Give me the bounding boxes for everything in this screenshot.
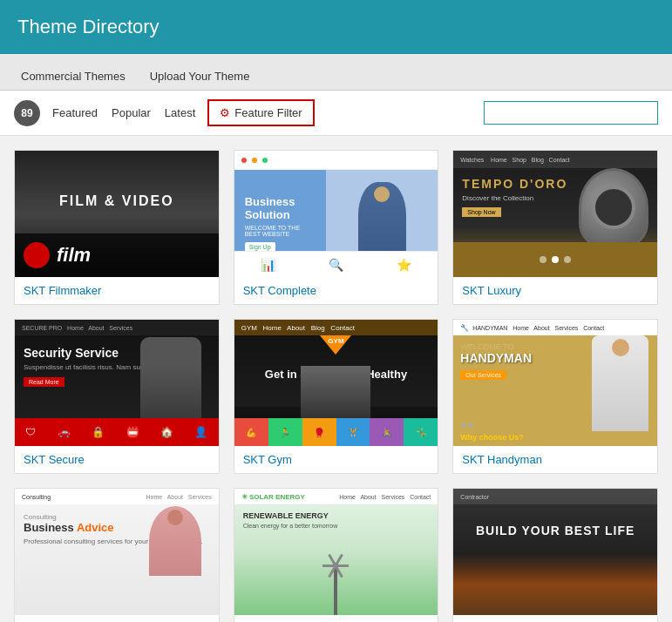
luxury-text: TEMPO D'ORO Discover the Collection Shop… [462, 177, 567, 217]
film-bar: film [15, 233, 219, 277]
theme-preview-secure: SECURE PRO Home About Services Security … [15, 320, 219, 446]
gym-badge-text: GYM [328, 337, 343, 345]
handyman-why-text: Why choose Us? [460, 433, 524, 442]
search-input[interactable] [484, 101, 658, 125]
dot3 [564, 256, 571, 263]
home-icon: 🏠 [160, 426, 173, 438]
contractor-headline: BUILD YOUR BEST LIFE [453, 524, 657, 537]
theme-preview-luxury: Watches Home Shop Blog Contact TEMPO D'O… [453, 151, 657, 277]
feature-filter-button[interactable]: ⚙ Feature Filter [207, 99, 314, 126]
theme-preview-solar: ☀ SOLAR ENERGY Home About Services Conta… [234, 489, 438, 615]
theme-card-handyman[interactable]: 🔧 HANDYMAN Home About Services Contact W… [452, 319, 658, 474]
tab-latest[interactable]: Latest [163, 103, 197, 123]
theme-preview-filmmaker: film [15, 151, 219, 277]
theme-name-solar[interactable] [234, 615, 438, 622]
theme-name-handyman[interactable]: SKT Handyman [453, 446, 657, 473]
theme-card-luxury[interactable]: Watches Home Shop Blog Contact TEMPO D'O… [452, 150, 658, 305]
tab-popular[interactable]: Popular [110, 103, 153, 123]
windmill-container [234, 545, 438, 615]
lock-icon: 🔒 [92, 426, 105, 438]
theme-count-badge: 89 [14, 100, 40, 126]
theme-name-luxury[interactable]: SKT Luxury [453, 277, 657, 304]
complete-icons-bar: 📊 🔍 ⭐ [234, 251, 438, 277]
gym-icon-1: 💪 [234, 418, 268, 446]
film-icon [24, 242, 50, 268]
nav-dot-red [241, 158, 247, 163]
luxury-btn: Shop Now [462, 207, 500, 217]
shield-icon: 🛡 [25, 426, 36, 438]
bar-chart-icon: 📊 [261, 258, 275, 272]
gym-icon-6: 🤸 [404, 418, 438, 446]
gym-icon-4: 🏋 [336, 418, 370, 446]
solar-nav: ☀ SOLAR ENERGY Home About Services Conta… [234, 489, 438, 504]
theme-preview-complete: Business Solution WELCOME TO THE BEST WE… [234, 151, 438, 277]
nav-tabs: Commercial Themes Upload Your Theme [0, 54, 672, 91]
car-icon: 🚗 [58, 426, 71, 438]
solar-content: RENEWABLE ENERGY Clean energy for a bett… [234, 504, 438, 536]
theme-card-secure[interactable]: SECURE PRO Home About Services Security … [14, 319, 220, 474]
theme-name-contractor[interactable] [453, 615, 657, 622]
tab-commercial-themes[interactable]: Commercial Themes [9, 63, 138, 90]
gym-person-area [234, 407, 438, 418]
theme-name-consulting[interactable] [15, 615, 219, 622]
theme-card-filmmaker[interactable]: film SKT Filmmaker [14, 150, 220, 305]
handyman-head [612, 339, 629, 356]
windmill [309, 545, 362, 615]
gym-icon-2: 🏃 [268, 418, 302, 446]
handyman-dots: ◀ ▶ [460, 421, 474, 429]
construction-image [453, 554, 657, 615]
theme-name-complete[interactable]: SKT Complete [234, 277, 438, 304]
tab-featured[interactable]: Featured [51, 103, 99, 123]
secure-nav: SECURE PRO Home About Services [15, 320, 219, 335]
toolbar: 89 Featured Popular Latest ⚙ Feature Fil… [0, 91, 672, 136]
secure-icon-bar: 🛡 🚗 🔒 📛 🏠 👤 [15, 418, 219, 446]
nav-dot-yellow [252, 158, 257, 163]
gym-icon-3: 🥊 [302, 418, 336, 446]
complete-nav-bar [234, 151, 438, 170]
consulting-nav: Consulting Home About Services [15, 489, 219, 504]
person-head [374, 186, 390, 202]
theme-name-filmmaker[interactable]: SKT Filmmaker [15, 277, 219, 304]
dot2 [552, 256, 559, 263]
page-header: Theme Directory [0, 0, 672, 54]
theme-name-secure[interactable]: SKT Secure [15, 446, 219, 473]
consulting-person [149, 506, 201, 576]
nav-dot-green [262, 158, 268, 163]
contractor-nav: Contractor [453, 489, 657, 504]
theme-preview-handyman: 🔧 HANDYMAN Home About Services Contact W… [453, 320, 657, 446]
gym-icon-5: 🚴 [370, 418, 404, 446]
person-icon: 👤 [194, 426, 207, 438]
dot1 [540, 256, 546, 263]
theme-card-gym[interactable]: GYM Home About Blog Contact GYM Get in S… [234, 319, 439, 474]
gear-icon: ⚙ [220, 106, 230, 119]
consulting-head [167, 510, 183, 525]
theme-preview-consulting: Consulting Home About Services Consultin… [15, 489, 219, 615]
tab-upload-theme[interactable]: Upload Your Theme [138, 63, 262, 90]
theme-card-consulting[interactable]: Consulting Home About Services Consultin… [14, 488, 220, 622]
luxury-nav-text: Watches Home Shop Blog Contact [460, 157, 569, 163]
star-icon: ⭐ [397, 258, 411, 272]
handyman-person-img [592, 335, 648, 431]
theme-card-contractor[interactable]: Contractor BUILD YOUR BEST LIFE [452, 488, 658, 622]
handyman-btn: Our Services [460, 370, 506, 380]
gym-person [301, 366, 370, 418]
theme-card-complete[interactable]: Business Solution WELCOME TO THE BEST WE… [234, 150, 439, 305]
luxury-bottom-bar [453, 242, 657, 277]
page-title: Theme Directory [17, 16, 655, 38]
theme-preview-contractor: Contractor BUILD YOUR BEST LIFE [453, 489, 657, 615]
watch-image [579, 168, 648, 247]
search-icon: 🔍 [329, 258, 343, 272]
handyman-nav: 🔧 HANDYMAN Home About Services Contact [453, 320, 657, 335]
theme-grid: film SKT Filmmaker Business Solution WEL… [0, 136, 672, 622]
secure-btn: Read More [24, 377, 64, 387]
gym-icon-row: 💪 🏃 🥊 🏋 🚴 🤸 [234, 418, 438, 446]
theme-preview-gym: GYM Home About Blog Contact GYM Get in S… [234, 320, 438, 446]
theme-name-gym[interactable]: SKT Gym [234, 446, 438, 473]
theme-card-solar[interactable]: ☀ SOLAR ENERGY Home About Services Conta… [234, 488, 439, 622]
badge-icon: 📛 [126, 426, 139, 438]
watch-face [592, 186, 635, 229]
luxury-nav: Watches Home Shop Blog Contact [453, 151, 657, 168]
gym-nav: GYM Home About Blog Contact [234, 320, 438, 335]
